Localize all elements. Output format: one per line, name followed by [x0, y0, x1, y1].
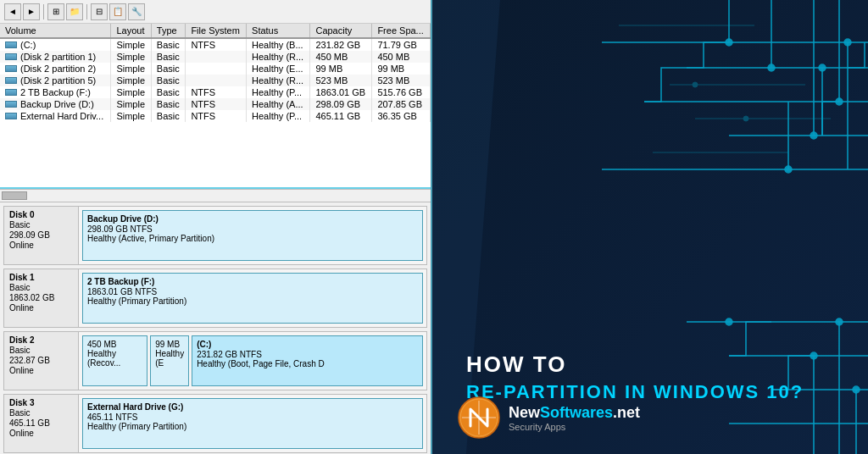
- table-row[interactable]: Backup Drive (D:) Simple Basic NTFS Heal…: [0, 98, 431, 110]
- volume-icon: [5, 53, 17, 60]
- col-layout: Layout: [111, 24, 151, 38]
- cell-layout: Simple: [111, 51, 151, 63]
- svg-point-14: [768, 64, 775, 71]
- col-status: Status: [247, 24, 310, 38]
- logo-name: NewSoftwares.net: [509, 404, 640, 422]
- disk-type: Basic: [9, 283, 73, 292]
- volume-table-area: Volume Layout Type File System Status Ca…: [0, 24, 431, 189]
- table-row[interactable]: (C:) Simple Basic NTFS Healthy (B... 231…: [0, 38, 431, 51]
- disk-size: 1863.02 GB: [9, 293, 73, 302]
- right-panel: HOW TO RE-PARTITION IN WINDOWS 10? NewSo…: [432, 0, 868, 454]
- cell-filesystem: NTFS: [186, 98, 247, 110]
- folder-button[interactable]: 📁: [66, 3, 83, 20]
- volume-name: External Hard Driv...: [20, 111, 103, 121]
- svg-point-35: [693, 82, 698, 87]
- col-type: Type: [151, 24, 186, 38]
- disk-row: Disk 3 Basic 465.11 GB Online External H…: [3, 394, 427, 453]
- cell-status: Healthy (R...: [247, 75, 310, 86]
- back-button[interactable]: ◄: [4, 3, 21, 20]
- volume-icon: [5, 65, 17, 72]
- cell-type: Basic: [151, 98, 186, 110]
- partition-size: 465.11 NTFS: [87, 412, 418, 422]
- cell-free: 450 MB: [372, 51, 431, 63]
- cell-status: Healthy (P...: [247, 86, 310, 98]
- disk-type: Basic: [9, 408, 73, 418]
- svg-point-36: [743, 116, 748, 121]
- partition-block[interactable]: 2 TB Backup (F:) 1863.01 GB NTFS Healthy…: [82, 273, 423, 324]
- cell-capacity: 450 MB: [310, 51, 372, 63]
- svg-point-27: [836, 318, 843, 325]
- cell-type: Basic: [151, 75, 186, 86]
- cell-filesystem: [186, 75, 247, 86]
- volume-icon: [5, 42, 17, 48]
- cell-status: Healthy (A...: [247, 98, 310, 110]
- cell-volume: (Disk 2 partition 2): [0, 63, 111, 75]
- cell-volume: (Disk 2 partition 5): [0, 75, 111, 86]
- partition-name: External Hard Drive (G:): [87, 402, 418, 412]
- logo-name-end: .net: [613, 404, 640, 421]
- col-free: Free Spa...: [372, 24, 431, 38]
- cell-layout: Simple: [111, 98, 151, 110]
- col-filesystem: File System: [186, 24, 247, 38]
- cell-filesystem: [186, 51, 247, 63]
- cell-layout: Simple: [111, 110, 151, 122]
- table-row[interactable]: 2 TB Backup (F:) Simple Basic NTFS Healt…: [0, 86, 431, 98]
- cell-free: 71.79 GB: [372, 38, 431, 51]
- disk-type: Basic: [9, 220, 73, 230]
- partition-block[interactable]: Backup Drive (D:) 298.09 GB NTFS Healthy…: [82, 210, 423, 261]
- partition-block[interactable]: 450 MB Healthy (Recov...: [82, 335, 147, 386]
- cell-filesystem: NTFS: [186, 86, 247, 98]
- cell-layout: Simple: [111, 63, 151, 75]
- settings-button[interactable]: 🔧: [128, 3, 145, 20]
- disk-partitions: 450 MB Healthy (Recov... 99 MB Healthy (…: [79, 332, 426, 390]
- main-text-content: HOW TO RE-PARTITION IN WINDOWS 10?: [466, 352, 804, 403]
- table-row[interactable]: External Hard Driv... Simple Basic NTFS …: [0, 110, 431, 122]
- disk-name: Disk 3: [9, 398, 73, 407]
- grid-button[interactable]: ⊞: [47, 3, 64, 20]
- cell-volume: (Disk 2 partition 1): [0, 51, 111, 63]
- scroll-thumb[interactable]: [2, 191, 27, 200]
- cell-status: Healthy (B...: [247, 38, 310, 51]
- partition-size: 231.82 GB NTFS: [197, 350, 418, 359]
- disk-name: Disk 1: [9, 273, 73, 282]
- svg-point-19: [785, 166, 792, 173]
- cell-volume: External Hard Driv...: [0, 110, 111, 122]
- disk-status: Online: [9, 241, 73, 250]
- copy-button[interactable]: 📋: [109, 3, 126, 20]
- disk-row: Disk 0 Basic 298.09 GB Online Backup Dri…: [3, 206, 427, 265]
- cell-capacity: 298.09 GB: [310, 98, 372, 110]
- horizontal-scrollbar[interactable]: [0, 189, 431, 202]
- disk-graphical-view: Disk 0 Basic 298.09 GB Online Backup Dri…: [0, 202, 431, 454]
- volume-name: (C:): [20, 40, 36, 50]
- svg-point-30: [726, 318, 732, 325]
- cell-type: Basic: [151, 86, 186, 98]
- forward-button[interactable]: ►: [23, 3, 40, 20]
- cell-capacity: 465.11 GB: [310, 110, 372, 122]
- disk-partitions: Backup Drive (D:) 298.09 GB NTFS Healthy…: [79, 207, 426, 264]
- cell-capacity: 231.82 GB: [310, 38, 372, 51]
- cell-type: Basic: [151, 51, 186, 63]
- properties-button[interactable]: ⊟: [91, 3, 108, 20]
- table-row[interactable]: (Disk 2 partition 1) Simple Basic Health…: [0, 51, 431, 63]
- volume-table: Volume Layout Type File System Status Ca…: [0, 24, 431, 122]
- partition-status: Healthy (Primary Partition): [87, 422, 418, 431]
- disk-label: Disk 0 Basic 298.09 GB Online: [4, 207, 79, 264]
- disk-name: Disk 0: [9, 210, 73, 219]
- cell-type: Basic: [151, 63, 186, 75]
- cell-volume: 2 TB Backup (F:): [0, 86, 111, 98]
- partition-block[interactable]: 99 MB Healthy (E: [150, 335, 189, 386]
- table-row[interactable]: (Disk 2 partition 5) Simple Basic Health…: [0, 75, 431, 86]
- partition-size: 298.09 GB NTFS: [87, 224, 418, 234]
- cell-capacity: 99 MB: [310, 63, 372, 75]
- partition-block[interactable]: (C:) 231.82 GB NTFS Healthy (Boot, Page …: [192, 335, 423, 386]
- partition-size: 99 MB: [155, 340, 184, 349]
- table-row[interactable]: (Disk 2 partition 2) Simple Basic Health…: [0, 63, 431, 75]
- newsoftwares-logo-icon: [458, 396, 500, 439]
- partition-block[interactable]: External Hard Drive (G:) 465.11 NTFS Hea…: [82, 398, 423, 449]
- partition-status: Healthy (E: [155, 349, 184, 368]
- disk-status: Online: [9, 303, 73, 313]
- cell-free: 99 MB: [372, 63, 431, 75]
- partition-size: 1863.01 GB NTFS: [87, 287, 418, 296]
- cell-filesystem: NTFS: [186, 38, 247, 51]
- logo-subtitle: Security Apps: [509, 422, 640, 432]
